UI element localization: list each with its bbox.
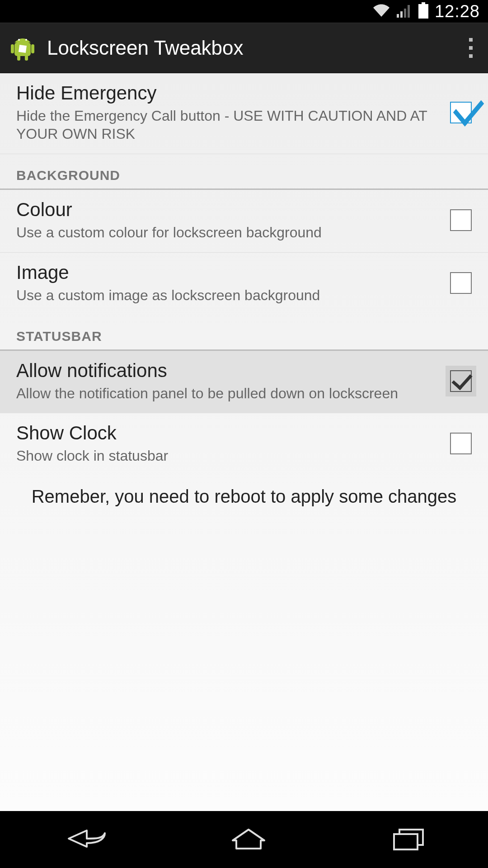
pref-image[interactable]: Image Use a custom image as lockscreen b… (0, 253, 488, 315)
svg-rect-9 (17, 55, 20, 61)
signal-icon (397, 3, 412, 19)
pref-summary: Allow the notification panel to be pulle… (16, 384, 439, 402)
pref-allow-notifications[interactable]: Allow notifications Allow the notificati… (0, 351, 488, 413)
pref-title: Image (16, 262, 439, 283)
pref-title: Allow notifications (16, 360, 439, 382)
wifi-icon (372, 3, 390, 19)
svg-rect-14 (394, 834, 418, 849)
svg-rect-8 (31, 44, 34, 53)
settings-list: Hide Emergency Hide the Emergency Call b… (0, 73, 488, 811)
pref-summary: Use a custom colour for lockscreen backg… (16, 223, 439, 241)
svg-rect-13 (19, 44, 27, 52)
app-icon (8, 33, 37, 62)
pref-summary: Show clock in statusbar (16, 447, 439, 465)
recents-button[interactable] (388, 825, 428, 854)
checkbox-hide-emergency[interactable] (450, 102, 472, 123)
svg-rect-1 (400, 11, 403, 18)
pref-show-clock[interactable]: Show Clock Show clock in statusbar (0, 413, 488, 476)
pref-title: Hide Emergency (16, 82, 439, 104)
svg-rect-0 (397, 14, 399, 18)
svg-point-11 (18, 39, 20, 41)
svg-point-12 (25, 39, 27, 41)
category-statusbar: STATUSBAR (0, 315, 488, 351)
battery-icon (418, 2, 428, 20)
pref-title: Show Clock (16, 422, 439, 444)
navigation-bar (0, 811, 488, 868)
svg-rect-7 (11, 44, 14, 53)
checkbox-show-clock[interactable] (450, 433, 472, 454)
svg-rect-2 (404, 9, 406, 18)
action-bar: Lockscreen Tweakbox (0, 23, 488, 73)
checkbox-image[interactable] (450, 272, 472, 294)
svg-rect-5 (418, 4, 428, 19)
category-background: BACKGROUND (0, 154, 488, 190)
clock-text: 12:28 (435, 2, 480, 21)
pref-summary: Hide the Emergency Call button - USE WIT… (16, 107, 439, 143)
system-statusbar: 12:28 (0, 0, 488, 23)
checkbox-allow-notifications[interactable] (450, 370, 472, 392)
app-title: Lockscreen Tweakbox (47, 37, 452, 59)
home-button[interactable] (228, 825, 269, 854)
back-button[interactable] (60, 825, 109, 854)
pref-summary: Use a custom image as lockscreen backgro… (16, 286, 439, 304)
svg-rect-4 (422, 2, 425, 4)
svg-rect-10 (25, 55, 28, 61)
svg-rect-3 (408, 5, 410, 18)
footer-note: Remeber, you need to reboot to apply som… (0, 476, 488, 517)
checkbox-colour[interactable] (450, 209, 472, 231)
pref-hide-emergency[interactable]: Hide Emergency Hide the Emergency Call b… (0, 73, 488, 154)
pref-title: Colour (16, 199, 439, 221)
overflow-menu-button[interactable] (462, 34, 480, 61)
pref-colour[interactable]: Colour Use a custom colour for lockscree… (0, 190, 488, 253)
